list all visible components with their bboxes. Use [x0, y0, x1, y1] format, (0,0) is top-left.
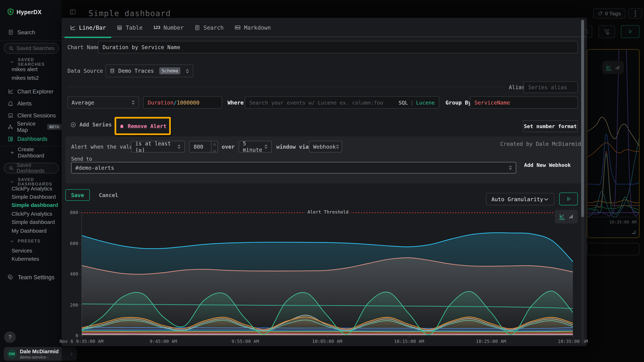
user-subtitle: demo-service - — [20, 354, 59, 359]
x-tick-mark — [245, 336, 246, 338]
team-settings-label: Team Settings — [18, 274, 54, 281]
saved-searches-placeholder: Saved Searches — [16, 45, 54, 51]
modal-scrollbar-thumb[interactable] — [581, 20, 584, 217]
add-series-button[interactable]: Add Series — [70, 122, 112, 128]
over-label: over — [222, 144, 234, 150]
dashboard-item[interactable]: ClickPy Analytics — [12, 184, 60, 192]
chart-type-toggle[interactable] — [555, 210, 578, 223]
chart-name-label: Chart Name — [68, 44, 100, 50]
tab-number[interactable]: 123 Number — [148, 18, 189, 37]
x-tick-label: 10:25:00 AM — [476, 339, 506, 344]
sidebar-item-label: Search — [17, 29, 35, 35]
alert-channel-select[interactable]: Webhook — [309, 141, 342, 152]
dashboard-item[interactable]: My Dashboard — [12, 226, 60, 235]
cancel-button[interactable]: Cancel — [99, 189, 118, 201]
x-tick-label: 9:55:00 AM — [232, 339, 259, 344]
presets-header[interactable]: PRESETS — [10, 239, 40, 243]
alert-window-select[interactable]: 5 minute — [239, 141, 272, 152]
tab-label: Number — [164, 24, 184, 31]
run-chart-button[interactable] — [559, 192, 578, 205]
alert-condition-select[interactable]: is at least (≥) — [131, 141, 185, 152]
alias-input[interactable]: Series alias — [524, 81, 578, 93]
select-chevrons-icon — [509, 165, 512, 170]
sidebar-item-client-sessions[interactable]: Client Sessions — [0, 110, 62, 121]
send-to-label: Send to — [71, 156, 92, 162]
where-input[interactable]: Search your events w/ Lucene ex. column:… — [245, 96, 439, 109]
save-button[interactable]: Save — [65, 189, 90, 201]
remove-alert-button[interactable]: Remove Alert — [119, 123, 166, 129]
webhook-select[interactable]: #demo-alerts — [71, 162, 516, 174]
remove-alert-highlight: Remove Alert — [114, 117, 171, 135]
sidebar-item-search[interactable]: Search — [0, 26, 62, 38]
sidebar-item-service-map[interactable]: Service Map BETA — [0, 121, 62, 133]
group-by-input[interactable]: ServiceName — [470, 96, 578, 109]
webhook-value: #demo-alerts — [75, 165, 114, 171]
formula-input[interactable]: Duration/1000000 — [143, 96, 222, 109]
dashboard-item[interactable]: Simple dashboard — [12, 218, 60, 226]
gear-icon — [6, 274, 13, 281]
sidebar-item-alerts[interactable]: Alerts — [0, 98, 62, 109]
schema-badge[interactable]: Schema — [159, 67, 180, 74]
y-tick-label: 200 — [62, 302, 78, 308]
alert-threshold-input[interactable]: 800 ˄˅ — [189, 141, 218, 152]
select-chevrons-icon — [178, 144, 181, 149]
preset-item[interactable]: Services — [12, 246, 60, 254]
lucene-mode-button[interactable]: Lucene — [416, 99, 435, 106]
dashboard-item[interactable]: Simple dashboard — [12, 201, 60, 209]
chevron-down-icon — [10, 60, 14, 64]
y-tick-label: 800 — [62, 210, 78, 215]
bell-icon — [8, 100, 14, 107]
x-tick-mark — [573, 336, 573, 338]
search-doc-icon — [8, 29, 14, 35]
tab-label: Search — [204, 24, 224, 31]
saved-dashboards-input[interactable]: Saved Dashboards — [4, 163, 59, 174]
sidebar-item-team-settings[interactable]: Team Settings — [0, 271, 62, 283]
create-dashboard-button[interactable]: Create Dashboard — [0, 147, 62, 157]
x-tick-mark — [409, 336, 410, 338]
number-stepper[interactable]: ˄˅ — [211, 141, 218, 152]
stepper-down-icon[interactable]: ˅ — [212, 148, 218, 155]
where-placeholder: Search your events w/ Lucene ex. column:… — [249, 99, 383, 106]
tab-table[interactable]: Table — [111, 18, 148, 37]
group-by-value: ServiceName — [474, 99, 510, 106]
select-chevrons-icon — [336, 144, 339, 149]
logo[interactable]: HyperDX — [8, 8, 42, 15]
data-source-select[interactable]: Demo Traces Schema — [106, 64, 193, 77]
sql-mode-button[interactable]: SQL — [398, 99, 408, 106]
data-source-value: Demo Traces — [118, 68, 154, 74]
sidebar-item-chart-explorer[interactable]: Chart Explorer — [0, 86, 62, 97]
x-tick-mark — [82, 336, 82, 338]
create-dashboard-label: Create Dashboard — [18, 146, 62, 159]
aggregation-select[interactable]: Average — [68, 96, 139, 109]
user-name: Dale McDiarmid — [20, 349, 59, 354]
select-chevrons-icon — [186, 68, 189, 73]
search-icon — [9, 166, 14, 171]
alert-window-value: 5 minute — [243, 141, 264, 153]
tab-label: Line/Bar — [79, 24, 106, 31]
tab-markdown[interactable]: Markdown — [229, 18, 276, 37]
set-number-format-button[interactable]: Set number format — [523, 120, 578, 132]
granularity-select[interactable]: Auto Granularity — [486, 193, 554, 205]
help-button[interactable]: ? — [4, 331, 16, 343]
bar-chart-icon[interactable] — [568, 214, 574, 219]
y-tick-mark — [79, 274, 82, 274]
saved-search-item[interactable]: mikes tets2 — [12, 74, 60, 82]
saved-searches-input[interactable]: Saved Searches — [4, 43, 59, 54]
stepper-up-icon[interactable]: ˄ — [212, 141, 218, 148]
formula-op: / — [174, 99, 177, 106]
sidebar-item-label: Chart Explorer — [17, 88, 53, 95]
saved-search-item[interactable]: mikes alert — [12, 65, 60, 73]
dashboard-item[interactable]: Simple Dashboard — [12, 193, 60, 201]
logo-text: HyperDX — [16, 8, 42, 15]
tab-line-bar[interactable]: Line/Bar — [64, 18, 111, 37]
chart-name-input[interactable]: Duration by Service Name — [98, 41, 578, 53]
saved-dashboards-placeholder: Saved Dashboards — [16, 163, 58, 174]
bell-icon — [119, 123, 124, 129]
sidebar-item-dashboards[interactable]: Dashboards — [0, 133, 62, 145]
tab-search[interactable]: Search — [189, 18, 229, 37]
preset-item[interactable]: Kubernetes — [12, 255, 60, 263]
dashboard-item[interactable]: ClickPy Analytics — [12, 210, 60, 218]
add-new-webhook-button[interactable]: Add New Webhook — [524, 162, 571, 168]
chart-plot[interactable] — [82, 212, 573, 335]
line-chart-icon[interactable] — [559, 213, 564, 220]
